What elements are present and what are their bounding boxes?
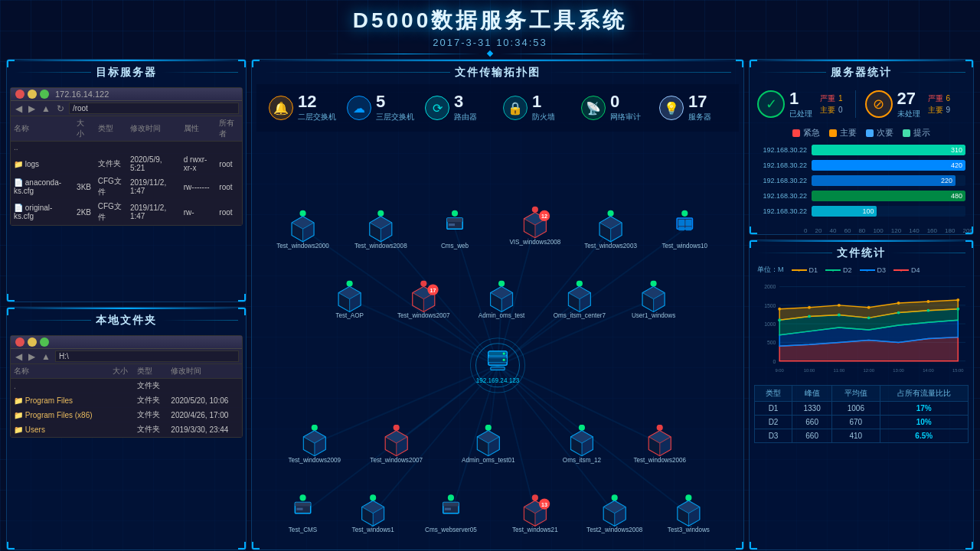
svg-point-142: [448, 494, 454, 500]
topology-node-n17[interactable]: Test_CMS: [289, 494, 318, 533]
svg-point-83: [498, 280, 505, 286]
stat-firewall: 🔒 1 防火墙: [498, 90, 575, 126]
bar-row: 192.168.30.22 420: [757, 160, 965, 171]
count-divider: [855, 90, 856, 118]
topology-node-n22[interactable]: Test3_windows: [668, 494, 710, 533]
local-back-btn[interactable]: ◀: [14, 351, 24, 362]
cell-mtime: 2019/3/30, 23:44: [168, 422, 242, 437]
stats-table-row: D1 1330 1006 17%: [755, 402, 969, 416]
cell-size: [109, 422, 135, 437]
stat-l2switch: 🔔 12 二层交换机: [264, 90, 341, 126]
cell-mtime: [127, 142, 181, 154]
svg-point-95: [651, 280, 657, 286]
topology-node-n16[interactable]: Test_windows2006: [633, 425, 686, 464]
local-fm-close[interactable]: [15, 337, 24, 347]
col-type: 类型: [95, 116, 127, 142]
topology-node-n7[interactable]: Test_AOP: [335, 280, 364, 319]
topology-node-n8[interactable]: 17 Test_windows2007: [397, 280, 450, 319]
unprocessed-icon: ⊘: [865, 90, 893, 118]
local-path-input[interactable]: H:\: [55, 350, 239, 362]
cell-size: 2KB: [74, 200, 95, 225]
topology-node-n11[interactable]: User1_windows: [632, 280, 675, 319]
topology-node-n1[interactable]: Test_windows2000: [276, 210, 329, 249]
local-forward-btn[interactable]: ▶: [27, 351, 37, 362]
table-row[interactable]: 📄 original-ks.cfg 2KB CFG文件 2019/11/2, 1…: [11, 200, 242, 225]
stats-table-row: D2 660 670 10%: [755, 416, 969, 429]
center-node[interactable]: 192.169.24.123: [470, 338, 524, 393]
unprocessed-major: 主要9: [928, 105, 954, 116]
local-col-type: 类型: [134, 364, 168, 379]
topology-node-n19[interactable]: Cms_webserver05: [425, 494, 477, 533]
unprocessed-count: 27: [897, 89, 920, 109]
topology-node-n5[interactable]: Test_windows2003: [584, 210, 637, 249]
local-fm-minimize[interactable]: [28, 337, 37, 347]
topology-node-n6[interactable]: Test_windows10: [662, 210, 707, 249]
topology-node-n2[interactable]: Test_windows2008: [354, 210, 407, 249]
svg-point-197: [838, 314, 841, 317]
topology-node-n4[interactable]: 12 VIS_windows2008: [509, 207, 560, 246]
topology-node-n20[interactable]: 13 Test_windows21: [512, 494, 558, 533]
netaudit-count: 0: [610, 93, 641, 110]
fm-close-btn[interactable]: [15, 90, 24, 99]
cell-name: .: [11, 379, 109, 393]
svg-point-194: [956, 298, 959, 302]
table-row[interactable]: 📁 logs 文件夹 2020/5/9, 5:21 d rwxr-xr-x ro…: [11, 154, 242, 174]
path-input[interactable]: /root: [69, 103, 239, 114]
fm-header: 172.16.14.122: [11, 88, 242, 101]
table-row[interactable]: 📁 Program Files (x86) 文件夹 2020/4/26, 17:…: [11, 408, 242, 422]
local-fm-maximize[interactable]: [40, 337, 49, 347]
table-row[interactable]: 📄 anaconda-ks.cfg 3KB CFG文件 2019/11/2, 1…: [11, 174, 242, 200]
peak-cell: 660: [792, 429, 832, 443]
router-label: 路由器: [454, 112, 477, 122]
svg-point-62: [681, 210, 688, 217]
bar-track: 310: [812, 145, 965, 155]
svg-text:Test_windows2007: Test_windows2007: [370, 457, 423, 464]
page-title: D5000数据服务工具系统: [0, 6, 980, 35]
cell-size: [109, 379, 135, 393]
svg-text:1500: 1500: [764, 303, 776, 308]
svg-text:Test_windows2009: Test_windows2009: [288, 457, 341, 464]
svg-text:Oms_itsm_center7: Oms_itsm_center7: [554, 312, 606, 319]
svg-text:Oms_itsm_12: Oms_itsm_12: [563, 457, 602, 464]
svg-point-89: [577, 280, 583, 286]
svg-text:Test_windows21: Test_windows21: [512, 527, 558, 533]
svg-text:12:00: 12:00: [863, 368, 874, 373]
svg-point-196: [808, 315, 811, 318]
topology-title: 文件传输拓扑图: [455, 61, 541, 83]
topology-node-n10[interactable]: Oms_itsm_center7: [554, 280, 606, 319]
refresh-btn[interactable]: ↻: [55, 103, 66, 114]
server-bar-chart: 192.168.30.22 310 192.168.30.22 420 192.…: [750, 142, 973, 227]
processed-icon: ✓: [757, 90, 785, 118]
topology-node-n13[interactable]: Test_windows2007: [370, 425, 423, 464]
fm-minimize-btn[interactable]: [28, 90, 37, 99]
bar-ip-label: 192.168.30.22: [757, 161, 807, 169]
up-btn[interactable]: ▲: [40, 103, 52, 114]
ratio-cell: 6.5%: [880, 429, 968, 443]
fm-maximize-btn[interactable]: [40, 90, 49, 99]
back-btn[interactable]: ◀: [14, 103, 24, 114]
cell-type: 文件夹: [134, 408, 168, 422]
cell-owner: root: [216, 174, 242, 200]
table-row[interactable]: ..: [11, 142, 242, 154]
topology-node-n18[interactable]: Test_windows1: [352, 494, 395, 533]
topology-node-n9[interactable]: Admin_oms_test: [479, 280, 525, 319]
local-up-btn[interactable]: ▲: [40, 351, 52, 362]
legend-d4: D4: [893, 266, 920, 274]
stats-row: 🔔 12 二层交换机 ☁ 5 三层交换机 ⟳ 3 路由器: [256, 84, 739, 132]
svg-text:500: 500: [767, 340, 776, 345]
svg-text:1000: 1000: [764, 321, 776, 327]
table-row[interactable]: . 文件夹: [11, 379, 242, 393]
major-dot: [829, 129, 837, 137]
d1-line: [792, 269, 807, 271]
topology-node-n14[interactable]: Admin_oms_test01: [462, 425, 515, 464]
topology-node-n21[interactable]: Test2_windows2008: [586, 494, 643, 533]
local-folder-panel: 本地文件夹 ◀ ▶ ▲ H:\ 名称: [6, 307, 247, 550]
table-row[interactable]: 📁 Program Files 文件夹 2020/5/20, 10:06: [11, 393, 242, 408]
forward-btn[interactable]: ▶: [27, 103, 37, 114]
chart-legend: D1 D2 D3 D4: [792, 266, 920, 274]
table-row[interactable]: 📁 Users 文件夹 2019/3/30, 23:44: [11, 422, 242, 437]
bar-row: 192.168.30.22 100: [757, 206, 965, 217]
topology-node-n12[interactable]: Test_windows2009: [288, 425, 341, 464]
d2-line: [825, 269, 841, 271]
cell-name: 📄 anaconda-ks.cfg: [11, 174, 74, 200]
